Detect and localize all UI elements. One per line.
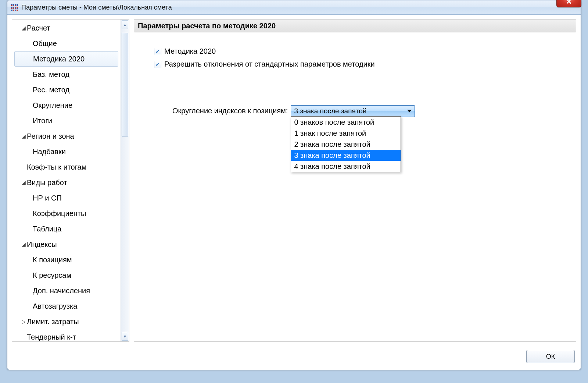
tree-node-avtozagruzka[interactable]: Автозагрузка	[12, 298, 121, 314]
main-panel: Параметры расчета по методике 2020 ✓ Мет…	[134, 19, 576, 342]
tree-node-okruglenie[interactable]: Округление	[12, 97, 121, 113]
ok-button[interactable]: ОК	[526, 350, 575, 363]
tree-label: Таблица	[33, 225, 61, 233]
tree-label: Доп. начисления	[33, 287, 90, 295]
scroll-up-button[interactable]: ▲	[122, 20, 128, 29]
chevron-down-icon	[407, 110, 412, 113]
tree-label: Тендерный к-т	[27, 333, 76, 341]
tree-label: Округление	[33, 101, 72, 110]
tree-label: Лимит. затраты	[27, 318, 79, 326]
checkbox-allow-deviations[interactable]: ✓	[154, 61, 161, 68]
tree-node-dopnachisleniya[interactable]: Доп. начисления	[12, 283, 121, 298]
ok-button-label: ОК	[546, 353, 555, 361]
scroll-down-button[interactable]: ▼	[122, 332, 128, 341]
tree-label: Коэф-ты к итогам	[27, 163, 86, 171]
checkbox-label: Разрешить отклонения от стандартных пара…	[164, 60, 375, 68]
dialog-footer: ОК	[7, 346, 581, 370]
chevron-down-icon: ◢	[20, 241, 27, 247]
tree-label: Баз. метод	[33, 70, 69, 79]
tree-label: Виды работ	[27, 178, 67, 187]
dialog-window: Параметры сметы - Мои сметы\Локальная см…	[7, 0, 581, 370]
tree-node-metodika2020[interactable]: Методика 2020	[14, 51, 118, 67]
tree-node-tablica[interactable]: Таблица	[12, 221, 121, 237]
chevron-right-icon: ▷	[20, 319, 27, 325]
tree-node-bazmetod[interactable]: Баз. метод	[12, 67, 121, 82]
tree-label: Общие	[33, 39, 57, 48]
tree-node-nrsp[interactable]: НР и СП	[12, 190, 121, 206]
tree-label: Итоги	[33, 117, 52, 125]
checkbox-row-allow-deviations[interactable]: ✓ Разрешить отклонения от стандартных па…	[154, 60, 560, 68]
rounding-label: Округление индексов к позициям:	[172, 107, 288, 115]
tree-node-nadbavki[interactable]: Надбавки	[12, 144, 121, 159]
sidebar: ◢Расчет Общие Методика 2020 Баз. метод Р…	[12, 19, 129, 342]
chevron-down-icon: ◢	[20, 180, 27, 185]
tree-node-resmetod[interactable]: Рес. метод	[12, 82, 121, 97]
tree-label: Методика 2020	[33, 55, 85, 63]
checkbox-metodika[interactable]: ✓	[154, 48, 161, 55]
tree-node-limitzatraty[interactable]: ▷Лимит. затраты	[12, 314, 121, 329]
panel-title: Параметры расчета по методике 2020	[138, 22, 276, 30]
content-area: ◢Расчет Общие Методика 2020 Баз. метод Р…	[7, 15, 581, 346]
chevron-down-icon: ◢	[20, 25, 27, 31]
dropdown-selected-text: 3 знака после запятой	[294, 107, 366, 115]
tree-node-raschet[interactable]: ◢Расчет	[12, 20, 121, 36]
tree-node-itogi[interactable]: Итоги	[12, 113, 121, 128]
tree-label: Регион и зона	[27, 132, 74, 141]
rounding-field: Округление индексов к позициям: 3 знака …	[172, 105, 560, 116]
scroll-track[interactable]	[121, 30, 129, 331]
tree-node-koefitogam[interactable]: Коэф-ты к итогам	[12, 159, 121, 175]
tree-label: НР и СП	[33, 194, 62, 202]
dropdown-list: 0 знаков после запятой 1 знак после запя…	[291, 116, 401, 172]
close-button[interactable]	[556, 0, 581, 7]
window-title: Параметры сметы - Мои сметы\Локальная см…	[21, 4, 581, 11]
sidebar-scrollbar[interactable]: ▲ ▼	[121, 19, 129, 341]
tree-label: Рес. метод	[33, 86, 69, 94]
app-icon	[11, 4, 18, 11]
tree-label: Надбавки	[33, 148, 66, 156]
chevron-down-icon: ◢	[20, 133, 27, 139]
rounding-dropdown[interactable]: 3 знака после запятой 0 знаков после зап…	[291, 105, 401, 116]
tree-node-vidyrabot[interactable]: ◢Виды работ	[12, 175, 121, 190]
panel-header: Параметры расчета по методике 2020	[134, 19, 576, 32]
tree-node-obshie[interactable]: Общие	[12, 36, 121, 51]
dropdown-option-4[interactable]: 4 знака после запятой	[291, 161, 401, 172]
dropdown-option-2[interactable]: 2 знака после запятой	[291, 139, 401, 150]
tree-node-tenderkt[interactable]: Тендерный к-т	[12, 329, 121, 341]
dropdown-button[interactable]: 3 знака после запятой	[291, 105, 415, 117]
checkbox-label: Методика 2020	[164, 47, 216, 56]
title-bar[interactable]: Параметры сметы - Мои сметы\Локальная см…	[7, 0, 581, 15]
tree-node-indeksy[interactable]: ◢Индексы	[12, 237, 121, 252]
dropdown-option-3[interactable]: 3 знака после запятой	[291, 150, 401, 161]
tree-label: Расчет	[27, 24, 50, 32]
scroll-thumb[interactable]	[122, 33, 128, 136]
tree-node-kpoziciyam[interactable]: К позициям	[12, 252, 121, 267]
tree-label: К позициям	[33, 256, 72, 264]
tree-node-koefficienty[interactable]: Коэффициенты	[12, 206, 121, 221]
checkbox-row-metodika[interactable]: ✓ Методика 2020	[154, 47, 560, 56]
tree-node-regionzona[interactable]: ◢Регион и зона	[12, 128, 121, 144]
tree-node-kresursam[interactable]: К ресурсам	[12, 267, 121, 283]
tree-label: К ресурсам	[33, 271, 71, 280]
panel-body: ✓ Методика 2020 ✓ Разрешить отклонения о…	[134, 32, 576, 341]
tree-label: Автозагрузка	[33, 302, 77, 311]
tree-label: Индексы	[27, 240, 57, 249]
close-icon	[566, 0, 571, 4]
tree-label: Коэффициенты	[33, 209, 86, 218]
nav-tree: ◢Расчет Общие Методика 2020 Баз. метод Р…	[12, 19, 121, 341]
dropdown-option-0[interactable]: 0 знаков после запятой	[291, 117, 401, 128]
dropdown-option-1[interactable]: 1 знак после запятой	[291, 128, 401, 139]
